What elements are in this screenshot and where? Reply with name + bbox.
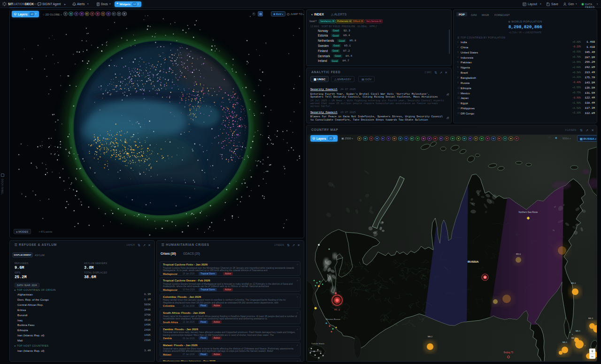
svg-text:M6.1: M6.1 bbox=[576, 330, 580, 332]
svg-text:+: + bbox=[591, 349, 593, 354]
svg-text:M5.6: M5.6 bbox=[516, 253, 521, 255]
svg-text:Bosporus Str: Bosporus Str bbox=[310, 350, 322, 352]
svg-text:RUSSIA: RUSSIA bbox=[468, 260, 479, 263]
svg-text:M4.8: M4.8 bbox=[334, 309, 340, 311]
svg-text:Western Russia: Western Russia bbox=[326, 318, 340, 320]
svg-text:Northern Sea Route: Northern Sea Route bbox=[519, 211, 538, 213]
svg-text:M6.3: M6.3 bbox=[571, 337, 576, 339]
svg-text:Turkish Straits: Turkish Straits bbox=[311, 342, 325, 345]
svg-text:M6.2: M6.2 bbox=[428, 335, 432, 338]
svg-text:−: − bbox=[591, 354, 593, 359]
svg-text:M6.1: M6.1 bbox=[562, 341, 567, 343]
svg-text:M6.3: M6.3 bbox=[588, 317, 593, 319]
svg-text:Beijing T5: Beijing T5 bbox=[504, 351, 514, 354]
svg-text:M6.4: M6.4 bbox=[571, 282, 576, 284]
